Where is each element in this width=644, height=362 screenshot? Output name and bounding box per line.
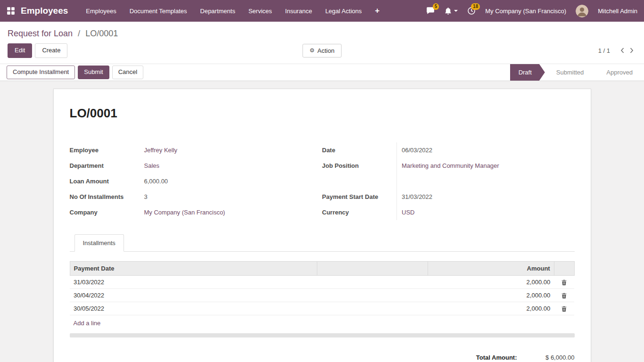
job-position-link[interactable]: Marketing and Community Manager: [402, 162, 499, 169]
field-label: No Of Installments: [70, 189, 144, 205]
compute-installment-button[interactable]: Compute Installment: [7, 66, 75, 79]
payment-date-cell[interactable]: 30/05/2022: [70, 302, 317, 315]
field-spacer: [322, 173, 575, 189]
gear-icon: ⚙: [310, 47, 315, 54]
nav-item-document-templates[interactable]: Document Templates: [123, 0, 194, 22]
control-buttons-row: Edit Create ⚙ Action 1 / 1: [0, 43, 644, 64]
field-employee: Employee Jeffrey Kelly: [70, 142, 322, 158]
add-a-line-link[interactable]: Add a line: [74, 320, 101, 327]
delete-row-icon[interactable]: [561, 280, 567, 286]
field-date: Date 06/03/2022: [322, 142, 575, 158]
content-area: LO/0001 Employee Jeffrey Kelly Departmen…: [0, 81, 644, 362]
notifications-icon[interactable]: [444, 7, 458, 15]
avatar[interactable]: [576, 5, 588, 17]
breadcrumb: Request for Loan / LO/0001: [0, 22, 644, 43]
breadcrumb-parent[interactable]: Request for Loan: [8, 29, 73, 38]
messages-badge: 5: [433, 3, 439, 10]
field-department: Department Sales: [70, 158, 322, 173]
field-installments-count: No Of Installments 3: [70, 189, 322, 205]
main-menu: Employees Document Templates Departments…: [79, 0, 386, 22]
payment-start-date-value: 31/03/2022: [396, 189, 575, 205]
nav-item-departments[interactable]: Departments: [194, 0, 242, 22]
department-link[interactable]: Sales: [144, 162, 160, 169]
action-menu-button[interactable]: ⚙ Action: [303, 44, 342, 58]
delete-row-icon[interactable]: [561, 293, 567, 299]
field-label: Job Position: [322, 158, 396, 173]
activities-badge: 18: [471, 3, 480, 10]
status-pipeline: Draft Submitted Approved: [510, 64, 644, 81]
table-header-row: Payment Date Amount: [70, 261, 574, 275]
nav-item-employees[interactable]: Employees: [79, 0, 123, 22]
field-label: Date: [322, 142, 396, 158]
pager-value: 1 / 1: [598, 47, 610, 54]
amount-cell[interactable]: 2,000.00: [428, 302, 554, 315]
amount-cell[interactable]: 2,000.00: [428, 275, 554, 288]
column-header-amount[interactable]: Amount: [428, 261, 554, 275]
plus-icon[interactable]: +: [368, 0, 386, 22]
field-payment-start-date: Payment Start Date 31/03/2022: [322, 189, 575, 205]
total-amount-row: Total Amount: $ 6,000.00: [476, 350, 575, 362]
field-label: Loan Amount: [70, 173, 144, 189]
nav-item-legal-actions[interactable]: Legal Actions: [319, 0, 368, 22]
breadcrumb-separator: /: [78, 29, 80, 38]
field-label: Department: [70, 158, 144, 173]
column-header-empty: [317, 261, 428, 275]
column-header-payment-date[interactable]: Payment Date: [70, 261, 317, 275]
table-row[interactable]: 30/04/2022 2,000.00: [70, 288, 574, 302]
total-amount-label: Total Amount:: [476, 354, 517, 361]
status-step-draft[interactable]: Draft: [510, 64, 545, 81]
field-company: Company My Company (San Francisco): [70, 205, 322, 220]
control-panel: Request for Loan / LO/0001 Edit Create ⚙…: [0, 22, 644, 64]
messages-icon[interactable]: 5: [426, 7, 435, 15]
top-navbar: Employees Employees Document Templates D…: [0, 0, 644, 22]
edit-button[interactable]: Edit: [8, 43, 32, 58]
status-step-approved[interactable]: Approved: [595, 64, 644, 81]
chevron-down-icon: [454, 10, 458, 12]
field-currency: Currency USD: [322, 205, 575, 220]
date-value: 06/03/2022: [396, 142, 575, 158]
field-label: Employee: [70, 142, 144, 158]
nav-item-insurance[interactable]: Insurance: [279, 0, 319, 22]
app-brand[interactable]: Employees: [21, 6, 68, 16]
field-label: Payment Start Date: [322, 189, 396, 205]
activities-icon[interactable]: 18: [467, 7, 476, 15]
amount-cell[interactable]: 2,000.00: [428, 288, 554, 302]
status-step-submitted[interactable]: Submitted: [545, 64, 595, 81]
apps-menu-icon[interactable]: [7, 7, 15, 15]
table-scrollbar[interactable]: [70, 333, 575, 337]
cancel-button[interactable]: Cancel: [112, 66, 143, 79]
record-title: LO/0001: [70, 106, 575, 121]
table-row[interactable]: 30/05/2022 2,000.00: [70, 302, 574, 315]
company-switcher[interactable]: My Company (San Francisco): [485, 8, 566, 15]
installments-count-value: 3: [144, 189, 322, 205]
pager-previous-button[interactable]: [618, 46, 627, 55]
statusbar: Compute Installment Submit Cancel Draft …: [0, 64, 644, 81]
payment-date-cell[interactable]: 30/04/2022: [70, 288, 317, 302]
pager-next-button[interactable]: [627, 46, 636, 55]
navbar-systray: 5 18 My Company (San Francisco) Mitchell…: [426, 5, 637, 17]
user-menu[interactable]: Mitchell Admin: [598, 8, 637, 15]
tab-installments[interactable]: Installments: [74, 234, 124, 252]
totals-footer: Total Amount: $ 6,000.00 Total Paid Amou…: [70, 350, 575, 362]
loan-amount-value: 6,000.00: [144, 173, 322, 189]
submit-button[interactable]: Submit: [78, 66, 109, 79]
nav-item-services[interactable]: Services: [242, 0, 279, 22]
field-groups: Employee Jeffrey Kelly Department Sales …: [70, 142, 575, 220]
table-row[interactable]: 31/03/2022 2,000.00: [70, 275, 574, 288]
pager: 1 / 1: [598, 46, 636, 55]
total-amount-value: $ 6,000.00: [523, 354, 575, 361]
installments-table: Payment Date Amount 31/03/2022 2,000.00 …: [70, 261, 575, 315]
delete-row-icon[interactable]: [561, 306, 567, 312]
field-label: Company: [70, 205, 144, 220]
breadcrumb-current: LO/0001: [85, 29, 118, 38]
currency-link[interactable]: USD: [402, 209, 414, 216]
notebook-tabs: Installments: [70, 234, 575, 252]
payment-date-cell[interactable]: 31/03/2022: [70, 275, 317, 288]
employee-link[interactable]: Jeffrey Kelly: [144, 147, 178, 154]
company-link[interactable]: My Company (San Francisco): [144, 209, 225, 216]
field-label: Currency: [322, 205, 396, 220]
field-job-position: Job Position Marketing and Community Man…: [322, 158, 575, 173]
action-menu-label: Action: [317, 47, 334, 54]
form-sheet: LO/0001 Employee Jeffrey Kelly Departmen…: [53, 89, 591, 362]
create-button[interactable]: Create: [35, 43, 67, 58]
